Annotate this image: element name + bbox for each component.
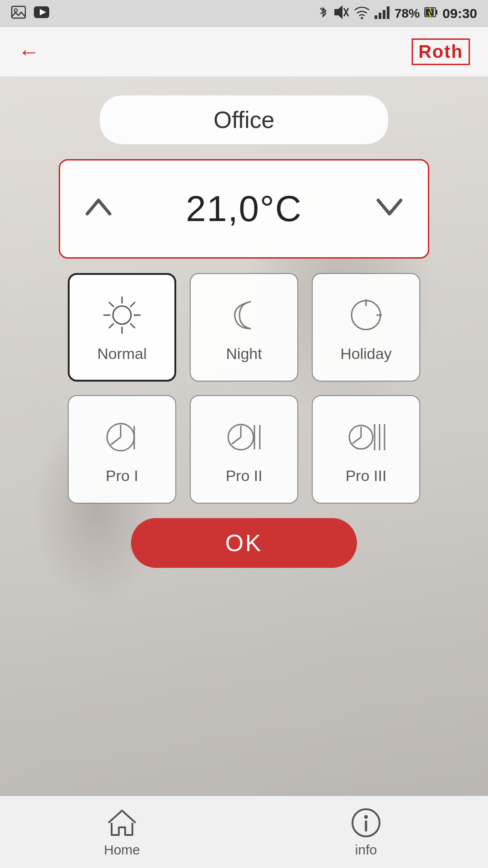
mode-pro1-button[interactable]: Pro I	[68, 395, 176, 504]
svg-line-41	[352, 437, 361, 443]
svg-rect-8	[375, 15, 377, 19]
svg-rect-0	[12, 6, 25, 18]
wifi-icon	[354, 5, 370, 22]
svg-line-32	[111, 437, 121, 445]
status-bar: 78% 09:30	[0, 0, 488, 27]
mute-icon	[333, 5, 349, 23]
status-bar-left	[11, 5, 50, 23]
mode-pro2-label: Pro II	[225, 467, 262, 485]
svg-rect-14	[436, 10, 437, 14]
normal-icon	[99, 292, 145, 338]
svg-line-36	[232, 437, 241, 444]
pro2-icon	[221, 415, 267, 460]
nav-info-label: info	[355, 842, 377, 858]
signal-icon	[375, 5, 390, 22]
svg-point-46	[364, 815, 368, 819]
night-icon	[221, 292, 267, 338]
bottom-nav: Home info	[0, 796, 488, 868]
mode-normal-button[interactable]: Normal	[68, 273, 176, 382]
temperature-value: 21,0°C	[186, 188, 302, 230]
holiday-icon	[343, 292, 389, 338]
battery-icon	[424, 6, 438, 21]
battery-label: 78%	[394, 6, 420, 21]
mode-pro2-button[interactable]: Pro II	[190, 395, 298, 504]
svg-point-17	[113, 306, 131, 324]
mode-pro3-button[interactable]: Pro III	[312, 395, 420, 504]
nav-home[interactable]: Home	[77, 807, 167, 858]
top-bar: ← Roth	[0, 27, 488, 77]
info-icon	[350, 807, 382, 839]
mode-normal-label: Normal	[97, 345, 147, 363]
brand-logo: Roth	[412, 38, 470, 65]
svg-line-23	[131, 324, 135, 328]
svg-rect-11	[387, 6, 389, 19]
temp-up-button[interactable]	[83, 193, 114, 225]
svg-point-1	[14, 9, 18, 12]
mode-holiday-label: Holiday	[340, 345, 391, 363]
back-button[interactable]: ←	[18, 41, 40, 63]
svg-point-7	[361, 17, 363, 19]
image-icon	[11, 5, 26, 23]
card-container: Office 21,0°C	[27, 95, 461, 568]
nav-info[interactable]: info	[321, 807, 411, 858]
svg-line-24	[131, 302, 135, 307]
svg-line-22	[109, 302, 113, 307]
main-content: Office 21,0°C	[0, 77, 488, 796]
svg-rect-9	[379, 13, 381, 19]
mode-pro3-label: Pro III	[346, 467, 387, 485]
mode-night-label: Night	[226, 345, 262, 363]
home-icon	[106, 807, 138, 839]
svg-line-25	[109, 324, 113, 328]
modes-grid: Normal Night	[68, 273, 420, 504]
status-bar-right: 78% 09:30	[318, 5, 477, 23]
room-name: Office	[99, 95, 389, 145]
mode-pro1-label: Pro I	[106, 467, 138, 485]
temperature-control: 21,0°C	[59, 159, 429, 259]
temp-down-button[interactable]	[374, 193, 405, 225]
mode-holiday-button[interactable]: Holiday	[312, 273, 420, 382]
ok-button[interactable]: OK	[131, 518, 357, 568]
nav-home-label: Home	[104, 842, 140, 858]
mode-night-button[interactable]: Night	[190, 273, 298, 382]
bluetooth-icon	[318, 5, 328, 23]
svg-rect-10	[383, 10, 385, 19]
youtube-icon	[33, 6, 50, 21]
pro1-icon	[99, 415, 145, 460]
svg-marker-4	[335, 6, 342, 18]
time-display: 09:30	[442, 6, 477, 21]
pro3-icon	[343, 415, 389, 460]
